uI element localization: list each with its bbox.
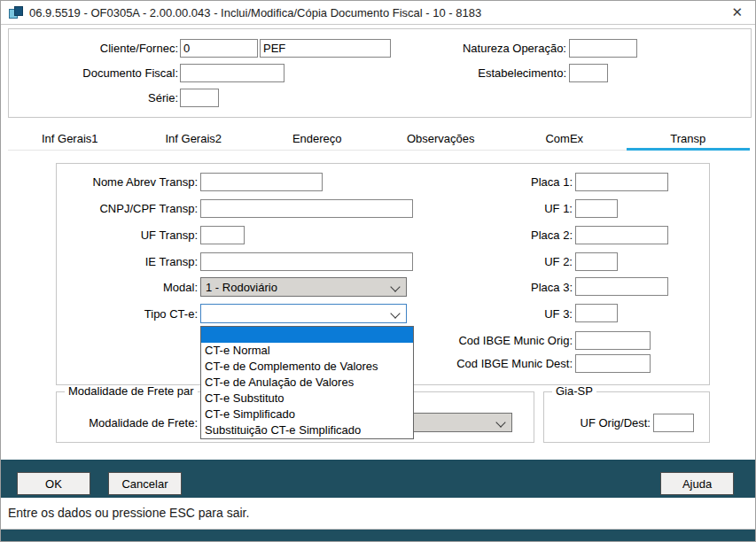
placa1-input[interactable] <box>575 173 668 191</box>
uf-orig-dest-label: UF Orig/Dest: <box>553 416 651 430</box>
cod-ibge-munic-dest-input[interactable] <box>575 354 651 373</box>
dropdown-option[interactable]: CT-e de Complemento de Valores <box>201 359 413 375</box>
tab-inf-gerais2[interactable]: Inf Gerais2 <box>132 125 256 151</box>
dropdown-option[interactable]: CT-e de Anulação de Valores <box>201 375 413 391</box>
modal-select-value: 1 - Rodoviário <box>206 281 277 294</box>
nome-abrev-transp-input[interactable] <box>200 173 323 191</box>
ok-button[interactable]: OK <box>17 472 90 495</box>
cancelar-button[interactable]: Cancelar <box>108 472 182 495</box>
modalidade-frete-label: Modalidade de Frete: <box>54 416 198 430</box>
dropdown-option[interactable]: CT-e Normal <box>201 343 413 359</box>
tipo-cte-select[interactable] <box>200 304 407 323</box>
tab-bar: Inf Gerais1 Inf Gerais2 Endereço Observa… <box>8 125 750 151</box>
uf2-input[interactable] <box>575 252 618 271</box>
cod-ibge-munic-dest-label: Cod IBGE Munic Dest: <box>429 357 573 370</box>
dropdown-option[interactable]: Substituição CT-e Simplificado <box>201 422 413 438</box>
documento-fiscal-label: Documento Fiscal: <box>54 66 178 80</box>
title-bar: 06.9.5519 - OF0305A - 2.00.00.043 - Incl… <box>1 1 755 25</box>
placa2-input[interactable] <box>575 226 668 244</box>
dropdown-option[interactable]: CT-e Simplificado <box>201 406 413 422</box>
chevron-down-icon <box>495 417 505 427</box>
placa1-label: Placa 1: <box>429 175 573 189</box>
window-title: 06.9.5519 - OF0305A - 2.00.00.043 - Incl… <box>29 6 481 19</box>
gia-sp-legend: Gia-SP <box>552 385 596 398</box>
estabelecimento-input[interactable] <box>569 64 608 82</box>
cod-ibge-munic-orig-input[interactable] <box>575 331 651 350</box>
uf-transp-input[interactable] <box>200 226 245 244</box>
close-icon[interactable]: ✕ <box>727 4 747 21</box>
nome-abrev-transp-label: Nome Abrev Transp: <box>54 175 198 189</box>
uf3-input[interactable] <box>575 304 618 322</box>
ajuda-button[interactable]: Ajuda <box>660 472 734 495</box>
modal-label: Modal: <box>54 281 198 294</box>
cod-ibge-munic-orig-label: Cod IBGE Munic Orig: <box>429 334 573 347</box>
tab-transp[interactable]: Transp <box>627 125 751 151</box>
uf1-label: UF 1: <box>429 202 573 215</box>
chevron-down-icon <box>390 308 400 318</box>
tab-inf-gerais1[interactable]: Inf Gerais1 <box>8 125 132 151</box>
status-bar: Entre os dados ou pressione ESC para sai… <box>1 498 756 529</box>
cliente-fornec-name-input[interactable] <box>260 39 391 58</box>
cnpj-cpf-transp-input[interactable] <box>200 199 413 218</box>
natureza-operacao-label: Natureza Operação: <box>453 42 566 55</box>
tab-endereco[interactable]: Endereço <box>255 125 379 151</box>
tipo-cte-dropdown-list: CT-e Normal CT-e de Complemento de Valor… <box>200 326 414 439</box>
cliente-fornec-code-input[interactable] <box>180 39 258 58</box>
tab-comex[interactable]: ComEx <box>503 125 627 151</box>
uf2-label: UF 2: <box>429 255 573 268</box>
dropdown-option-blank[interactable] <box>201 327 413 343</box>
uf3-label: UF 3: <box>429 307 573 321</box>
natureza-operacao-input[interactable] <box>569 39 637 58</box>
dialog-window: 06.9.5519 - OF0305A - 2.00.00.043 - Incl… <box>0 0 756 542</box>
cliente-fornec-label: Cliente/Fornec: <box>54 42 178 55</box>
ie-transp-input[interactable] <box>200 252 413 271</box>
dropdown-option[interactable]: CT-e Substituto <box>201 391 413 406</box>
uf-transp-label: UF Transp: <box>54 228 198 242</box>
cnpj-cpf-transp-label: CNPJ/CPF Transp: <box>54 202 198 215</box>
bottom-edge-strip <box>1 529 756 542</box>
placa2-label: Placa 2: <box>429 228 573 242</box>
ie-transp-label: IE Transp: <box>54 255 198 268</box>
serie-label: Série: <box>54 91 178 105</box>
chevron-down-icon <box>390 282 400 291</box>
app-icon <box>9 6 23 19</box>
placa3-label: Placa 3: <box>429 281 573 294</box>
uf1-input[interactable] <box>575 199 618 218</box>
estabelecimento-label: Estabelecimento: <box>453 66 566 80</box>
serie-input[interactable] <box>180 89 219 107</box>
modal-select[interactable]: 1 - Rodoviário <box>200 277 407 297</box>
uf-orig-dest-input[interactable] <box>653 414 694 432</box>
status-message: Entre os dados ou pressione ESC para sai… <box>8 506 249 520</box>
modalidade-frete-legend: Modalidade de Frete par <box>65 385 198 398</box>
documento-fiscal-input[interactable] <box>180 64 284 82</box>
tipo-cte-label: Tipo CT-e: <box>54 307 198 321</box>
placa3-input[interactable] <box>575 277 668 296</box>
tab-observacoes[interactable]: Observações <box>379 125 503 151</box>
